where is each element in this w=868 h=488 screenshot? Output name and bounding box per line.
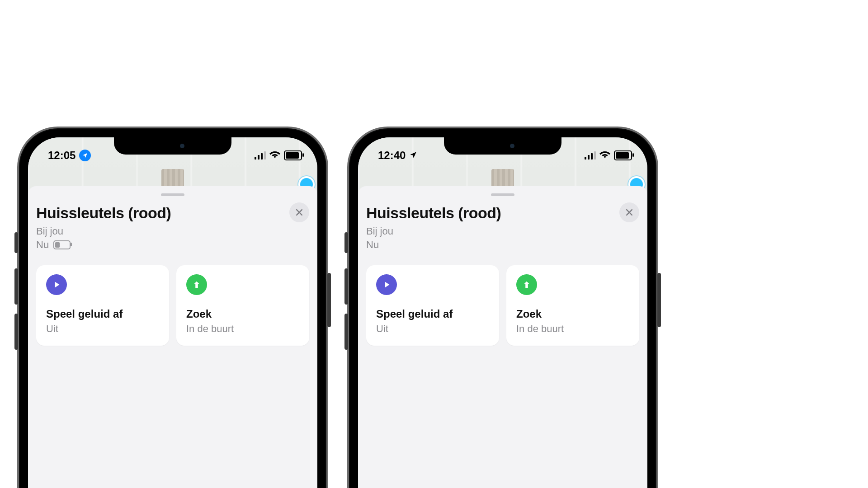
sheet-grabber[interactable] — [161, 193, 184, 196]
find-status: In de buurt — [516, 323, 629, 335]
close-button[interactable] — [289, 202, 309, 222]
wifi-icon — [599, 149, 610, 162]
close-button[interactable] — [619, 202, 639, 222]
play-sound-card[interactable]: Speel geluid af Uit — [366, 265, 499, 346]
device-notch — [114, 137, 231, 155]
phone-mockup: 12:40 Huissleutels (rood) — [347, 127, 658, 488]
item-title: Huissleutels (rood) — [36, 204, 289, 222]
item-detail-sheet[interactable]: Huissleutels (rood) Bij jou Nu — [358, 186, 647, 488]
item-location-status: Bij jou — [36, 225, 289, 237]
play-icon — [376, 274, 397, 295]
play-sound-status: Uit — [376, 323, 489, 335]
status-time: 12:40 — [378, 149, 406, 162]
arrow-up-icon — [186, 274, 207, 295]
item-title: Huissleutels (rood) — [366, 204, 619, 222]
find-title: Zoek — [186, 308, 299, 320]
sheet-grabber[interactable] — [491, 193, 514, 196]
play-icon — [46, 274, 67, 295]
status-time: 12:05 — [48, 149, 75, 162]
battery-icon — [284, 150, 302, 160]
wifi-icon — [269, 149, 280, 162]
play-sound-card[interactable]: Speel geluid af Uit — [36, 265, 169, 346]
item-location-status: Bij jou — [366, 225, 619, 237]
item-battery-icon — [53, 240, 71, 249]
cellular-signal-icon — [255, 151, 266, 160]
find-card[interactable]: Zoek In de buurt — [176, 265, 309, 346]
device-notch — [444, 137, 561, 155]
play-sound-title: Speel geluid af — [376, 308, 489, 320]
item-time-status: Nu — [366, 239, 379, 251]
cellular-signal-icon — [585, 151, 596, 160]
find-status: In de buurt — [186, 323, 299, 335]
arrow-up-icon — [516, 274, 537, 295]
find-title: Zoek — [516, 308, 629, 320]
item-time-status: Nu — [36, 239, 49, 251]
find-card[interactable]: Zoek In de buurt — [506, 265, 639, 346]
play-sound-title: Speel geluid af — [46, 308, 159, 320]
play-sound-status: Uit — [46, 323, 159, 335]
phone-mockup: 12:05 Huissleutels (rood) — [17, 127, 328, 488]
battery-icon — [614, 150, 632, 160]
item-detail-sheet[interactable]: Huissleutels (rood) Bij jou Nu — [28, 186, 317, 488]
location-services-icon — [79, 150, 91, 161]
location-services-icon — [409, 149, 417, 162]
